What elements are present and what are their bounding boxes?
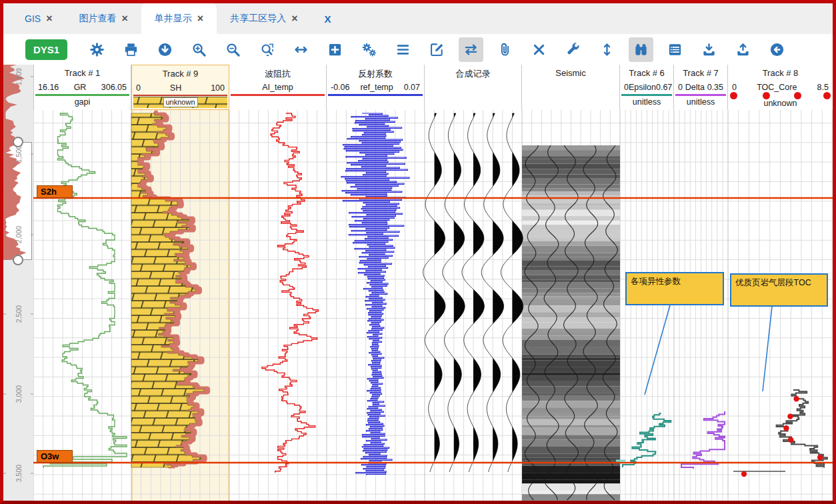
synthetic-trace-fill bbox=[512, 113, 523, 472]
curve-name: Epsilon bbox=[629, 83, 656, 92]
tab-close-icon[interactable]: × bbox=[197, 13, 203, 24]
scroll-handle-top[interactable] bbox=[13, 137, 23, 147]
depth-label: 3,500 bbox=[15, 460, 23, 487]
scale-min: -0.06 bbox=[331, 83, 350, 92]
tab-label: 单井显示 bbox=[155, 13, 192, 25]
synthetic-trace-fill bbox=[493, 113, 503, 472]
tab-label: 共享工区导入 bbox=[230, 13, 286, 25]
gr-curve bbox=[43, 113, 127, 468]
paperclip-icon[interactable] bbox=[493, 37, 517, 62]
track-header-ref[interactable]: 反射系数 -0.06ref_temp0.07 bbox=[327, 65, 425, 110]
depth-label: 1,009 bbox=[15, 63, 23, 90]
edit-icon[interactable] bbox=[425, 37, 449, 62]
toc-core-point bbox=[793, 396, 799, 401]
download-tray-icon[interactable] bbox=[697, 37, 721, 62]
scale-max: 100 bbox=[211, 83, 225, 93]
tab-close-icon[interactable]: × bbox=[121, 13, 127, 24]
track-header-seismic[interactable]: Seismic bbox=[522, 65, 620, 110]
curve-name: SH bbox=[170, 83, 181, 93]
circle-down-icon[interactable] bbox=[153, 37, 177, 62]
scale-max: 0.35 bbox=[707, 83, 723, 92]
tab-single-well-display[interactable]: 单井显示× bbox=[141, 3, 217, 34]
scale-min: 0 bbox=[732, 83, 737, 92]
tab-label: 图片查看 bbox=[79, 13, 116, 25]
arrows-vertical-icon[interactable] bbox=[595, 37, 619, 62]
wrench-icon[interactable] bbox=[561, 37, 585, 62]
tab-image-viewer[interactable]: 图片查看× bbox=[65, 3, 141, 34]
unit-label: unknown bbox=[728, 97, 833, 109]
tab-x[interactable]: X bbox=[311, 3, 345, 34]
printer-icon[interactable] bbox=[119, 37, 143, 62]
tab-close-icon[interactable]: × bbox=[291, 13, 297, 24]
unit-label: gapi bbox=[34, 96, 131, 108]
tab-label: GIS bbox=[25, 13, 41, 24]
unit-label bbox=[229, 96, 326, 108]
lithology-legend-brick: unknown bbox=[133, 97, 227, 108]
marker-dots bbox=[728, 93, 833, 97]
track-header-delta[interactable]: Track # 7 0Delta0.35 unitless bbox=[674, 65, 728, 110]
tab-gis[interactable]: GIS× bbox=[11, 3, 65, 34]
scale-min: 16.16 bbox=[38, 83, 59, 92]
ai-curve bbox=[262, 113, 319, 473]
well-selector-button[interactable]: DYS1 bbox=[25, 39, 67, 60]
track-title: Track # 1 bbox=[34, 68, 131, 81]
list-table-icon[interactable] bbox=[663, 37, 687, 62]
scale-max: 0.67 bbox=[656, 83, 672, 92]
zoom-in-icon[interactable] bbox=[187, 37, 211, 62]
annotation-toc[interactable]: 优质页岩气层段TOC bbox=[730, 273, 828, 307]
scale-max: 306.05 bbox=[101, 83, 127, 92]
track-header-toc[interactable]: Track # 8 0TOC_Core8.5 unknown bbox=[728, 65, 833, 110]
menu-icon[interactable] bbox=[391, 37, 415, 62]
tab-shared-workspace-import[interactable]: 共享工区导入× bbox=[217, 3, 311, 34]
well-log-application-window: GIS× 图片查看× 单井显示× 共享工区导入× X DYS1 bbox=[0, 0, 836, 504]
log-plot-area[interactable]: S2h O3w 各项异性参数 优质页岩气层段TOC bbox=[33, 110, 833, 501]
tab-close-icon[interactable]: × bbox=[46, 13, 52, 24]
track-header-epsilon[interactable]: Track # 6 0Epsilon0.67 unitless bbox=[620, 65, 674, 110]
gear-icon[interactable] bbox=[85, 37, 109, 62]
track-header-gr[interactable]: Track # 1 16.16GR306.05 gapi bbox=[33, 65, 131, 110]
track-header-ai[interactable]: 波阻抗 AI_temp bbox=[229, 65, 327, 110]
depth-overview-curve bbox=[3, 65, 33, 501]
synthetic-trace-fill bbox=[473, 113, 484, 472]
gears-icon[interactable] bbox=[357, 37, 381, 62]
track-header-synthetic[interactable]: 合成记录 bbox=[425, 65, 522, 110]
swap-arrows-icon[interactable] bbox=[459, 37, 483, 62]
horizon-label-o3w: O3w bbox=[37, 450, 73, 463]
curve-name: ref_temp bbox=[360, 83, 393, 92]
scale-min: 0 bbox=[136, 83, 141, 93]
log-display-content: 1,009 1,500 2,000 2,500 3,000 3,500 Trac… bbox=[3, 65, 833, 501]
unit-label bbox=[327, 96, 424, 108]
ref-curve bbox=[341, 113, 409, 475]
unit-label: unitless bbox=[674, 96, 727, 108]
toc-core-point bbox=[817, 455, 823, 460]
scale-max: 0.07 bbox=[404, 83, 420, 92]
curve-name: AI_temp bbox=[262, 83, 293, 92]
annotation-anisotropy[interactable]: 各项异性参数 bbox=[625, 272, 724, 305]
toc-core-point bbox=[788, 437, 793, 443]
tab-bar: GIS× 图片查看× 单井显示× 共享工区导入× X bbox=[3, 3, 833, 34]
toc-core-point bbox=[741, 471, 747, 477]
log-curves-svg bbox=[33, 110, 833, 501]
toc-core-point bbox=[783, 425, 789, 431]
arrows-horizontal-icon[interactable] bbox=[289, 37, 313, 62]
depth-scrollbar-column[interactable]: 1,009 1,500 2,000 2,500 3,000 3,500 bbox=[3, 65, 33, 501]
scroll-handle-bottom[interactable] bbox=[13, 255, 23, 265]
zoom-out-icon[interactable] bbox=[221, 37, 245, 62]
back-circle-icon[interactable] bbox=[765, 37, 789, 62]
depth-label: 2,000 bbox=[15, 221, 23, 248]
annotation-leader bbox=[763, 307, 772, 391]
track-header-sh[interactable]: Track # 9 0SH100 unknown bbox=[131, 65, 229, 110]
close-x-icon[interactable] bbox=[527, 37, 551, 62]
upload-tray-icon[interactable] bbox=[731, 37, 755, 62]
synthetic-trace-fill bbox=[435, 113, 445, 472]
track-title: Track # 7 bbox=[674, 68, 727, 81]
binoculars-icon[interactable] bbox=[629, 37, 653, 62]
track-title: Track # 6 bbox=[620, 68, 673, 81]
plus-square-icon[interactable] bbox=[323, 37, 347, 62]
toc-core-point bbox=[787, 413, 793, 419]
zoom-area-icon[interactable] bbox=[255, 37, 279, 62]
annotation-leader bbox=[645, 305, 670, 395]
track-title: Seismic bbox=[522, 68, 619, 81]
toolbar: DYS1 bbox=[3, 34, 833, 65]
scale-max: 8.5 bbox=[817, 83, 829, 92]
